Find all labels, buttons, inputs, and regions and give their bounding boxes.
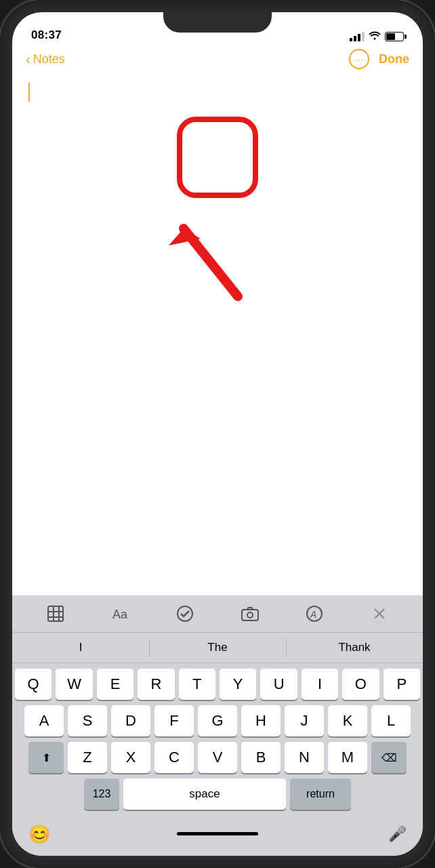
key-f[interactable]: F bbox=[154, 705, 194, 736]
svg-rect-2 bbox=[48, 606, 63, 621]
key-e[interactable]: E bbox=[97, 669, 133, 700]
keyboard-row-3: ⬆ Z X C V B N M ⌫ bbox=[15, 742, 420, 773]
status-time: 08:37 bbox=[31, 28, 62, 42]
key-q[interactable]: Q bbox=[15, 669, 51, 700]
key-u[interactable]: U bbox=[260, 669, 297, 700]
annotation-arrow bbox=[143, 201, 265, 310]
autocorrect-suggestion-3[interactable]: Thank bbox=[286, 633, 423, 663]
svg-text:A: A bbox=[310, 609, 316, 620]
svg-rect-9 bbox=[242, 610, 258, 620]
chevron-left-icon: ‹ bbox=[26, 52, 30, 66]
done-button[interactable]: Done bbox=[379, 52, 409, 66]
key-a[interactable]: A bbox=[24, 705, 64, 736]
markup-icon[interactable]: A bbox=[299, 599, 329, 629]
key-d[interactable]: D bbox=[111, 705, 150, 736]
key-y[interactable]: Y bbox=[220, 669, 256, 700]
microphone-button[interactable]: 🎤 bbox=[388, 825, 407, 843]
key-p[interactable]: P bbox=[384, 669, 420, 700]
keyboard-row-1: Q W E R T Y U I O P bbox=[15, 669, 420, 700]
checklist-icon[interactable] bbox=[170, 599, 200, 629]
key-h[interactable]: H bbox=[241, 705, 281, 736]
numbers-key[interactable]: 123 bbox=[84, 778, 119, 810]
wifi-icon bbox=[369, 31, 381, 42]
status-icons bbox=[350, 31, 404, 42]
nav-right: ··· Done bbox=[349, 49, 409, 69]
keyboard-row-4: 123 space return bbox=[15, 778, 420, 810]
text-cursor bbox=[28, 83, 30, 102]
key-v[interactable]: V bbox=[198, 742, 237, 773]
keyboard-row-2: A S D F G H J K L bbox=[15, 705, 420, 736]
phone-frame: 08:37 bbox=[0, 0, 435, 868]
back-label: Notes bbox=[33, 52, 65, 66]
key-x[interactable]: X bbox=[111, 742, 150, 773]
key-t[interactable]: T bbox=[179, 669, 215, 700]
autocorrect-suggestion-2[interactable]: The bbox=[149, 633, 286, 663]
svg-point-8 bbox=[178, 606, 192, 621]
more-button[interactable]: ··· bbox=[349, 49, 369, 69]
bottom-bar: 😊 🎤 bbox=[12, 818, 423, 856]
back-button[interactable]: ‹ Notes bbox=[26, 52, 65, 66]
nav-bar: ‹ Notes ··· Done bbox=[12, 46, 423, 76]
key-o[interactable]: O bbox=[342, 669, 379, 700]
emoji-button[interactable]: 😊 bbox=[28, 824, 50, 845]
shift-key[interactable]: ⬆ bbox=[28, 742, 64, 773]
key-g[interactable]: G bbox=[198, 705, 237, 736]
autocorrect-suggestion-1[interactable]: I bbox=[12, 633, 149, 663]
format-text-icon[interactable]: Aa bbox=[105, 599, 135, 629]
notch bbox=[163, 12, 272, 33]
key-k[interactable]: K bbox=[328, 705, 367, 736]
signal-icon bbox=[350, 32, 365, 41]
key-z[interactable]: Z bbox=[68, 742, 107, 773]
svg-point-10 bbox=[247, 612, 253, 618]
key-n[interactable]: N bbox=[285, 742, 324, 773]
return-key[interactable]: return bbox=[290, 778, 351, 810]
key-i[interactable]: I bbox=[302, 669, 338, 700]
autocorrect-bar: I The Thank bbox=[12, 632, 423, 663]
battery-icon bbox=[385, 32, 404, 41]
key-w[interactable]: W bbox=[56, 669, 92, 700]
key-c[interactable]: C bbox=[154, 742, 194, 773]
table-icon[interactable] bbox=[41, 599, 70, 629]
keyboard: Q W E R T Y U I O P A S D F G H J K bbox=[12, 663, 423, 818]
phone-screen: 08:37 bbox=[12, 12, 423, 856]
key-m[interactable]: M bbox=[328, 742, 367, 773]
camera-icon[interactable] bbox=[235, 599, 265, 629]
key-l[interactable]: L bbox=[371, 705, 411, 736]
red-rounded-square-shape bbox=[177, 117, 258, 198]
home-indicator bbox=[177, 832, 258, 835]
key-s[interactable]: S bbox=[68, 705, 107, 736]
note-content-area[interactable] bbox=[12, 76, 423, 595]
key-r[interactable]: R bbox=[138, 669, 174, 700]
annotation-rounded-square bbox=[177, 117, 258, 198]
close-keyboard-icon[interactable] bbox=[365, 599, 394, 629]
backspace-key[interactable]: ⌫ bbox=[371, 742, 407, 773]
battery-fill bbox=[386, 33, 395, 40]
formatting-toolbar: Aa A bbox=[12, 595, 423, 632]
key-j[interactable]: J bbox=[285, 705, 324, 736]
svg-text:Aa: Aa bbox=[112, 608, 128, 621]
space-key[interactable]: space bbox=[123, 778, 286, 810]
key-b[interactable]: B bbox=[241, 742, 281, 773]
